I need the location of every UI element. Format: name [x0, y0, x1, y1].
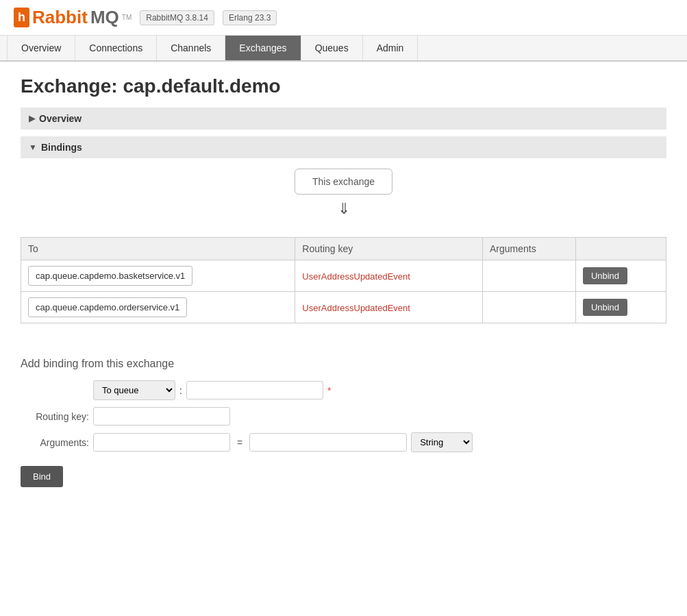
logo-mq: MQ: [90, 7, 119, 28]
unbind-button[interactable]: Unbind: [583, 299, 627, 316]
logo-tm: TM: [122, 14, 132, 21]
bindings-section: Bindings This exchange ⇓ To Routing key …: [21, 136, 666, 351]
col-arguments: Arguments: [482, 238, 575, 260]
add-binding-title: Add binding from this exchange: [21, 358, 666, 370]
to-queue-input[interactable]: [186, 381, 323, 399]
to-queue-select[interactable]: To queueTo exchange: [93, 380, 175, 400]
binding-arguments-cell: [482, 260, 575, 292]
arrow-down-icon: ⇓: [338, 200, 350, 218]
overview-section: Overview: [21, 108, 666, 130]
arguments-label: Arguments:: [21, 437, 89, 448]
binding-action-cell: Unbind: [575, 292, 666, 323]
bindings-section-header[interactable]: Bindings: [21, 136, 666, 158]
unbind-button[interactable]: Unbind: [583, 267, 627, 284]
queue-box: cap.queue.capdemo.basketservice.v1: [28, 266, 192, 286]
logo-icon: h: [14, 8, 29, 27]
page-title-prefix: Exchange:: [21, 75, 118, 97]
routing-key-value: UserAddressUpdatedEvent: [302, 271, 410, 282]
routing-key-input[interactable]: [93, 407, 230, 426]
eq-sign: =: [234, 437, 245, 448]
logo-rabbit: Rabbit: [32, 7, 88, 28]
nav-connections[interactable]: Connections: [75, 36, 157, 60]
nav-exchanges[interactable]: Exchanges: [225, 36, 301, 60]
bindings-arrow-icon: [29, 143, 37, 152]
arguments-value-input[interactable]: [249, 433, 407, 452]
page-title: Exchange: cap.default.demo: [21, 75, 666, 97]
col-to: To: [21, 238, 295, 260]
table-row: cap.queue.capdemo.orderservice.v1 UserAd…: [21, 292, 666, 323]
bindings-table: To Routing key Arguments cap.queue.capde…: [21, 237, 666, 323]
bind-button[interactable]: Bind: [21, 466, 63, 487]
routing-key-value: UserAddressUpdatedEvent: [302, 303, 410, 313]
overview-section-header[interactable]: Overview: [21, 108, 666, 130]
routing-key-row: Routing key:: [21, 407, 666, 426]
binding-routing-key-cell: UserAddressUpdatedEvent: [295, 292, 483, 323]
add-binding-section: Add binding from this exchange To queueT…: [21, 358, 666, 487]
binding-arguments-cell: [482, 292, 575, 323]
erlang-version-badge: Erlang 23.3: [223, 10, 277, 25]
bindings-label: Bindings: [41, 142, 82, 153]
overview-label: Overview: [39, 113, 82, 124]
page-title-name: cap.default.demo: [123, 75, 280, 97]
routing-key-label: Routing key:: [21, 411, 89, 422]
nav-overview[interactable]: Overview: [7, 36, 75, 60]
to-queue-row: To queueTo exchange : *: [21, 380, 666, 400]
colon-separator: :: [179, 385, 182, 396]
header: h RabbitMQTM RabbitMQ 3.8.14 Erlang 23.3: [0, 0, 687, 36]
binding-routing-key-cell: UserAddressUpdatedEvent: [295, 260, 483, 292]
queue-box: cap.queue.capdemo.orderservice.v1: [28, 297, 187, 317]
this-exchange-box: This exchange: [295, 169, 392, 195]
nav-channels[interactable]: Channels: [157, 36, 225, 60]
required-star: *: [327, 385, 331, 396]
nav-queues[interactable]: Queues: [301, 36, 363, 60]
col-actions: [575, 238, 666, 260]
arguments-row: Arguments: = StringNumberBoolean: [21, 432, 666, 452]
bindings-visual: This exchange ⇓: [21, 169, 666, 223]
arguments-key-input[interactable]: [93, 433, 230, 452]
binding-to-cell: cap.queue.capdemo.orderservice.v1: [21, 292, 295, 323]
bindings-section-body: This exchange ⇓ To Routing key Arguments…: [21, 158, 666, 351]
binding-to-cell: cap.queue.capdemo.basketservice.v1: [21, 260, 295, 292]
nav-admin[interactable]: Admin: [363, 36, 419, 60]
arguments-type-select[interactable]: StringNumberBoolean: [411, 432, 473, 452]
table-row: cap.queue.capdemo.basketservice.v1 UserA…: [21, 260, 666, 292]
binding-action-cell: Unbind: [575, 260, 666, 292]
page-content: Exchange: cap.default.demo Overview Bind…: [0, 62, 687, 508]
col-routing-key: Routing key: [295, 238, 483, 260]
rabbitmq-version-badge: RabbitMQ 3.8.14: [140, 10, 214, 25]
logo: h RabbitMQTM: [14, 7, 132, 28]
overview-arrow-icon: [29, 114, 35, 123]
main-nav: Overview Connections Channels Exchanges …: [0, 36, 687, 62]
